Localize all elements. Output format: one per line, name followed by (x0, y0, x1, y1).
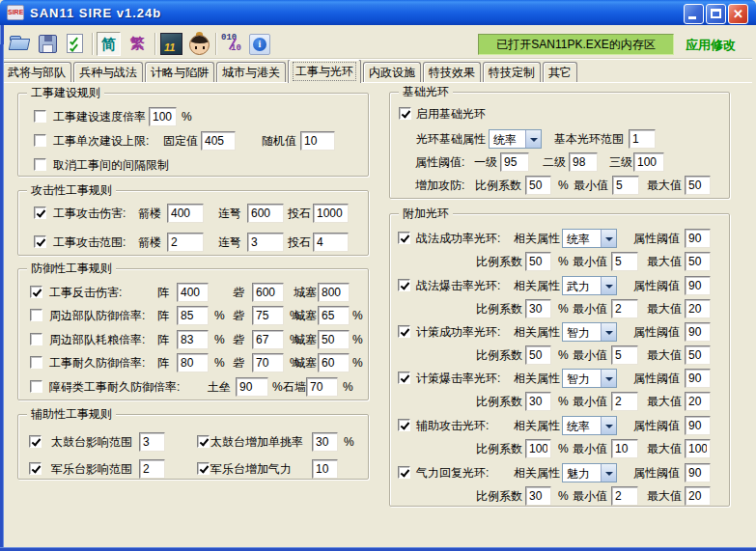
chevron-down-icon[interactable] (601, 230, 616, 247)
checkbox[interactable] (398, 232, 410, 244)
value-input[interactable] (236, 377, 268, 397)
save-button[interactable] (36, 32, 60, 56)
game-picture-button[interactable]: 11 (159, 32, 183, 56)
tab-officers[interactable]: 武将与部队 (2, 62, 71, 82)
binary-button[interactable]: 01010 (220, 32, 244, 56)
attribute-dropdown[interactable]: 统率 (489, 129, 542, 149)
coefficient-input[interactable] (525, 299, 551, 318)
simplified-chinese-button[interactable]: 简 (97, 32, 121, 56)
chevron-down-icon[interactable] (525, 130, 541, 148)
value-input[interactable] (313, 204, 349, 223)
checkbox[interactable] (34, 235, 46, 248)
maximize-button[interactable] (706, 4, 726, 24)
chevron-down-icon[interactable] (601, 370, 616, 387)
close-button[interactable]: ✕ (728, 4, 748, 24)
value-input[interactable] (252, 283, 284, 302)
fixed-value-input[interactable] (201, 131, 236, 151)
checkbox[interactable] (34, 134, 46, 147)
coefficient-input[interactable] (525, 252, 551, 271)
value-input[interactable] (612, 176, 639, 195)
value-input[interactable] (525, 176, 551, 195)
value-input[interactable] (313, 233, 349, 252)
value-input[interactable] (629, 129, 656, 149)
checkbox[interactable] (398, 466, 410, 479)
value-input[interactable] (177, 283, 209, 302)
min-input[interactable] (611, 439, 638, 458)
value-input[interactable] (139, 459, 165, 479)
minimize-button[interactable] (684, 4, 704, 24)
value-input[interactable] (177, 330, 209, 349)
attribute-dropdown[interactable]: 智力 (562, 322, 617, 342)
value-input[interactable] (569, 152, 598, 172)
checkbox[interactable] (197, 435, 210, 448)
attribute-dropdown[interactable]: 武力 (562, 276, 617, 295)
value-input[interactable] (177, 353, 209, 372)
value-input[interactable] (312, 432, 338, 452)
coefficient-input[interactable] (525, 486, 551, 506)
min-input[interactable] (611, 486, 638, 506)
threshold-input[interactable] (685, 369, 711, 388)
threshold-input[interactable] (685, 416, 711, 435)
checkbox[interactable] (30, 286, 42, 298)
min-input[interactable] (611, 345, 638, 365)
value-input[interactable] (318, 306, 350, 325)
value-input[interactable] (500, 152, 529, 172)
value-input[interactable] (167, 233, 204, 252)
apply-changes-button[interactable]: 应用修改 (686, 37, 736, 54)
checkbox[interactable] (398, 419, 410, 431)
speed-multiplier-input[interactable] (149, 107, 177, 126)
max-input[interactable] (685, 486, 711, 506)
checkbox[interactable] (30, 309, 42, 321)
value-input[interactable] (312, 459, 338, 479)
value-input[interactable] (252, 306, 284, 325)
value-input[interactable] (318, 330, 350, 349)
tab-cities[interactable]: 城市与港关 (216, 62, 286, 82)
attribute-dropdown[interactable]: 智力 (562, 369, 617, 388)
attribute-dropdown[interactable]: 魅力 (562, 463, 617, 482)
chevron-down-icon[interactable] (601, 323, 616, 341)
max-input[interactable] (685, 299, 711, 318)
value-input[interactable] (306, 377, 338, 397)
checkbox[interactable] (30, 356, 42, 369)
tab-skill-effects[interactable]: 特技效果 (423, 62, 481, 82)
value-input[interactable] (177, 306, 209, 325)
chevron-down-icon[interactable] (601, 417, 616, 434)
value-input[interactable] (318, 283, 350, 302)
checkbox[interactable] (398, 372, 410, 384)
tab-fortifications-auras[interactable]: 工事与光环 (288, 59, 361, 83)
min-input[interactable] (611, 299, 638, 318)
checkbox[interactable] (29, 462, 42, 475)
checkbox[interactable] (30, 380, 42, 393)
checkbox[interactable] (29, 435, 42, 448)
value-input[interactable] (247, 204, 284, 223)
traditional-chinese-button[interactable]: 繁 (126, 32, 150, 56)
value-input[interactable] (633, 152, 664, 172)
tab-stratagems[interactable]: 计略与陷阱 (145, 62, 214, 82)
checkbox[interactable] (34, 158, 46, 171)
threshold-input[interactable] (685, 463, 711, 482)
coefficient-input[interactable] (525, 392, 551, 411)
max-input[interactable] (685, 252, 711, 271)
tab-other[interactable]: 其它 (543, 62, 577, 82)
options-button[interactable] (64, 32, 88, 56)
checkbox[interactable] (398, 279, 410, 291)
chevron-down-icon[interactable] (601, 277, 616, 294)
value-input[interactable] (318, 353, 350, 372)
checkbox[interactable] (399, 107, 411, 120)
info-button[interactable]: i (248, 32, 272, 56)
value-input[interactable] (247, 233, 284, 252)
coefficient-input[interactable] (525, 439, 551, 458)
checkbox[interactable] (30, 333, 42, 345)
value-input[interactable] (139, 432, 165, 452)
value-input[interactable] (685, 176, 711, 195)
open-file-button[interactable] (8, 32, 32, 56)
min-input[interactable] (611, 392, 638, 411)
coefficient-input[interactable] (525, 345, 551, 365)
checkbox[interactable] (197, 462, 210, 475)
chevron-down-icon[interactable] (601, 464, 616, 482)
value-input[interactable] (167, 204, 204, 223)
checkbox[interactable] (398, 325, 410, 338)
attribute-dropdown[interactable]: 统率 (562, 416, 617, 435)
tab-skill-custom[interactable]: 特技定制 (483, 62, 541, 82)
attribute-dropdown[interactable]: 统率 (562, 229, 617, 248)
